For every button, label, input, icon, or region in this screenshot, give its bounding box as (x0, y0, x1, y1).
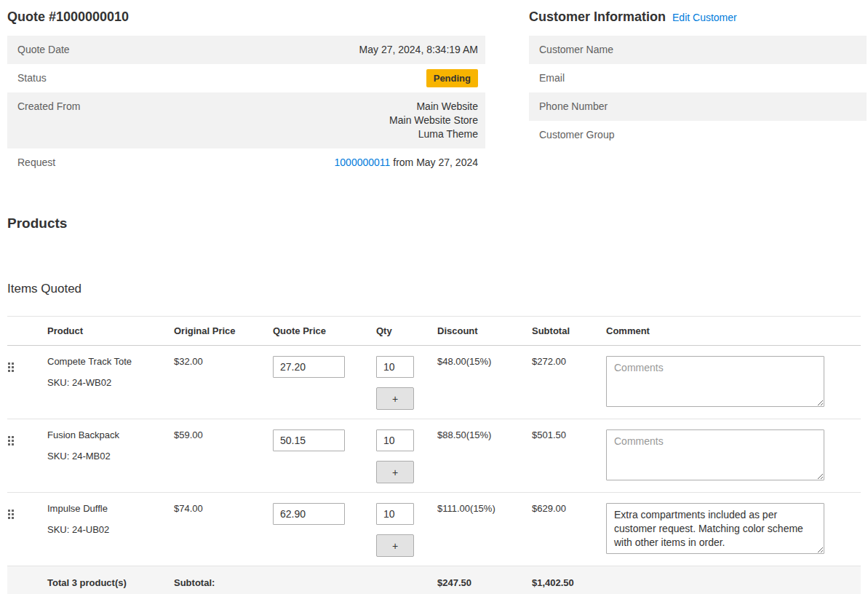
qty-cell: + (376, 419, 437, 493)
qty-increase-button[interactable]: + (376, 461, 414, 483)
original-price-cell: $59.00 (174, 419, 273, 493)
info-row-status: Status Pending (7, 64, 485, 92)
totals-discount-value: $247.50 (437, 566, 532, 594)
quote-price-input[interactable] (273, 356, 345, 378)
col-discount: Discount (437, 317, 532, 346)
phone-label: Phone Number (539, 100, 608, 114)
col-quote-price: Quote Price (273, 317, 376, 346)
subtotal-cell: $629.00 (532, 493, 606, 566)
product-sku: SKU: 24-WB02 (47, 377, 167, 389)
col-qty: Qty (376, 317, 437, 346)
discount-cell: $48.00(15%) (437, 346, 532, 419)
products-title: Products (7, 215, 867, 231)
qty-input[interactable] (376, 356, 414, 378)
totals-spacer (7, 566, 47, 594)
drag-handle-icon[interactable] (7, 435, 15, 446)
totals-subtotal-value: $1,402.50 (532, 566, 606, 594)
info-row-phone: Phone Number (529, 92, 867, 121)
edit-customer-link[interactable]: Edit Customer (672, 12, 737, 23)
items-table-header: Product Original Price Quote Price Qty D… (7, 317, 861, 346)
totals-subtotal-label: Subtotal: (174, 566, 273, 594)
comment-cell (606, 346, 861, 419)
drag-handle-icon[interactable] (7, 509, 15, 520)
request-suffix: from May 27, 2024 (393, 157, 478, 168)
status-badge: Pending (426, 69, 478, 87)
quote-view-page: Quote #1000000010 Quote Date May 27, 202… (0, 0, 868, 594)
quote-price-cell (273, 493, 376, 566)
product-name: Impulse Duffle (47, 503, 167, 515)
discount-cell: $111.00(15%) (437, 493, 532, 566)
comment-cell: Extra compartments included as per custo… (606, 493, 861, 566)
qty-input[interactable] (376, 503, 414, 525)
info-row-quote-date: Quote Date May 27, 2024, 8:34:19 AM (7, 36, 485, 64)
info-row-customer-group: Customer Group (529, 121, 867, 149)
quote-price-input[interactable] (273, 503, 345, 525)
qty-cell: + (376, 493, 437, 566)
created-from-value: Main Website Main Website Store Luma The… (389, 100, 478, 141)
original-price-cell: $32.00 (174, 346, 273, 419)
customer-group-label: Customer Group (539, 128, 614, 142)
info-row-email: Email (529, 64, 867, 92)
qty-input[interactable] (376, 429, 414, 451)
qty-cell: + (376, 346, 437, 419)
subtotal-cell: $501.50 (532, 419, 606, 493)
drag-cell (7, 493, 47, 566)
top-summary-area: Quote #1000000010 Quote Date May 27, 202… (7, 7, 867, 177)
customer-info-section: Customer Information Edit Customer Custo… (529, 7, 867, 149)
col-product: Product (47, 317, 174, 346)
items-quoted-title: Items Quoted (7, 281, 867, 296)
totals-product-count: Total 3 product(s) (47, 566, 174, 594)
product-name: Compete Track Tote (47, 356, 167, 368)
qty-increase-button[interactable]: + (376, 534, 414, 557)
col-subtotal: Subtotal (532, 317, 606, 346)
product-name: Fusion Backpack (47, 429, 167, 441)
col-original-price: Original Price (174, 317, 273, 346)
quote-price-cell (273, 419, 376, 493)
item-row-compete-track-tote: Compete Track Tote SKU: 24-WB02 $32.00 +… (7, 346, 861, 419)
drag-cell (7, 346, 47, 419)
comment-cell (606, 419, 861, 493)
quote-price-cell (273, 346, 376, 419)
quote-info-table: Quote Date May 27, 2024, 8:34:19 AM Stat… (7, 36, 485, 177)
product-sku: SKU: 24-UB02 (47, 524, 167, 536)
product-sku: SKU: 24-MB02 (47, 451, 167, 462)
status-label: Status (17, 71, 47, 85)
info-row-request: Request 1000000011 from May 27, 2024 (7, 148, 485, 177)
info-row-customer-name: Customer Name (529, 36, 867, 64)
item-row-fusion-backpack: Fusion Backpack SKU: 24-MB02 $59.00 + $8… (7, 419, 861, 493)
quote-info-section: Quote #1000000010 Quote Date May 27, 202… (7, 7, 485, 177)
subtotal-cell: $272.00 (532, 346, 606, 419)
created-from-label: Created From (17, 100, 80, 114)
quote-price-input[interactable] (273, 429, 345, 451)
drag-handle-icon[interactable] (7, 362, 15, 373)
original-price-cell: $74.00 (174, 493, 273, 566)
info-row-created-from: Created From Main Website Main Website S… (7, 92, 485, 148)
items-quoted-table: Product Original Price Quote Price Qty D… (7, 316, 861, 594)
comment-textarea[interactable] (606, 356, 824, 407)
comment-textarea[interactable]: Extra compartments included as per custo… (606, 503, 824, 554)
request-label: Request (17, 156, 55, 170)
comment-textarea[interactable] (606, 429, 824, 480)
quote-date-value: May 27, 2024, 8:34:19 AM (359, 43, 478, 57)
totals-row: Total 3 product(s) Subtotal: $247.50 $1,… (7, 566, 861, 594)
product-cell: Fusion Backpack SKU: 24-MB02 (47, 419, 174, 493)
item-row-impulse-duffle: Impulse Duffle SKU: 24-UB02 $74.00 + $11… (7, 493, 861, 566)
created-from-store: Main Website Store (389, 114, 478, 127)
request-link[interactable]: 1000000011 (335, 157, 391, 168)
product-cell: Compete Track Tote SKU: 24-WB02 (47, 346, 174, 419)
items-table-footer: Total 3 product(s) Subtotal: $247.50 $1,… (7, 566, 861, 594)
request-value: 1000000011 from May 27, 2024 (335, 156, 478, 170)
created-from-website: Main Website (389, 100, 478, 114)
email-label: Email (539, 71, 565, 85)
created-from-theme: Luma Theme (389, 127, 478, 141)
customer-info-header: Customer Information Edit Customer (529, 9, 867, 25)
customer-info-table: Customer Name Email Phone Number Custome… (529, 36, 867, 149)
drag-cell (7, 419, 47, 493)
discount-cell: $88.50(15%) (437, 419, 532, 493)
product-cell: Impulse Duffle SKU: 24-UB02 (47, 493, 174, 566)
col-comment: Comment (606, 317, 861, 346)
drag-column-header (7, 317, 47, 346)
qty-increase-button[interactable]: + (376, 387, 414, 410)
page-title: Quote #1000000010 (7, 9, 485, 25)
quote-date-label: Quote Date (17, 43, 70, 57)
